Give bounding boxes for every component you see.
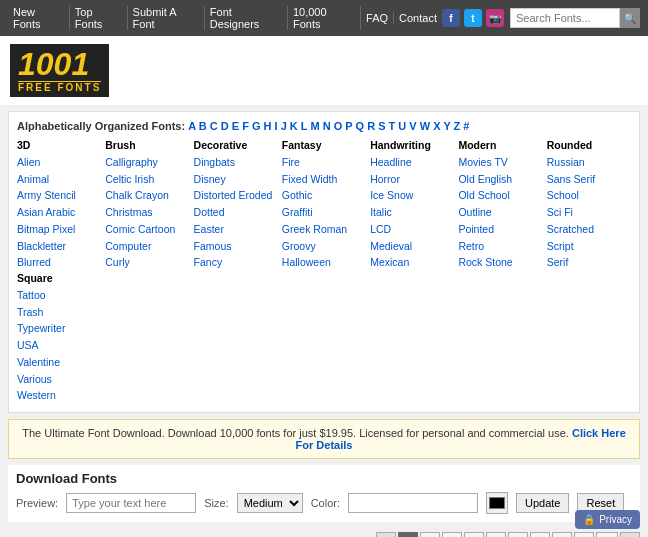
color-picker[interactable] [486, 492, 508, 514]
page-2-button[interactable]: 2 [420, 532, 440, 537]
category-link[interactable]: Mexican [370, 255, 454, 271]
alpha-letter-J[interactable]: J [278, 120, 287, 132]
next-page-button[interactable]: › [620, 532, 640, 537]
category-link[interactable]: Comic Cartoon [105, 222, 189, 238]
category-link[interactable]: School [547, 188, 631, 204]
size-select[interactable]: Small Medium Large X-Large [237, 493, 303, 513]
category-link[interactable]: Greek Roman [282, 222, 366, 238]
nav-new-fonts[interactable]: New Fonts [8, 6, 70, 30]
page-5-button[interactable]: 5 [486, 532, 506, 537]
category-link[interactable]: Calligraphy [105, 155, 189, 171]
alpha-letter-Y[interactable]: Y [441, 120, 451, 132]
privacy-badge[interactable]: 🔒 Privacy [575, 510, 640, 529]
search-button[interactable]: 🔍 [620, 8, 640, 28]
category-link[interactable]: Chalk Crayon [105, 188, 189, 204]
category-link[interactable]: Rock Stone [458, 255, 542, 271]
alpha-letter-T[interactable]: T [385, 120, 395, 132]
category-link[interactable]: Serif [547, 255, 631, 271]
page-6-button[interactable]: 6 [508, 532, 528, 537]
category-link[interactable]: Old English [458, 172, 542, 188]
category-link[interactable]: Alien [17, 155, 101, 171]
category-link[interactable]: Movies TV [458, 155, 542, 171]
nav-submit-font[interactable]: Submit A Font [128, 6, 205, 30]
category-link[interactable]: Distorted Eroded [194, 188, 278, 204]
category-link[interactable]: Celtic Irish [105, 172, 189, 188]
alpha-letter-P[interactable]: P [342, 120, 352, 132]
category-link[interactable]: Western [17, 388, 101, 404]
logo[interactable]: 1001 FREE FONTS [10, 44, 109, 97]
category-link[interactable]: Ice Snow [370, 188, 454, 204]
category-link[interactable]: Script [547, 239, 631, 255]
nav-top-fonts[interactable]: Top Fonts [70, 6, 128, 30]
alpha-letter-U[interactable]: U [395, 120, 406, 132]
category-link[interactable]: Asian Arabic [17, 205, 101, 221]
category-link[interactable]: Typewriter [17, 321, 101, 337]
twitter-icon[interactable]: t [464, 9, 482, 27]
category-link[interactable]: Fancy [194, 255, 278, 271]
category-link[interactable]: Computer [105, 239, 189, 255]
page-8-button[interactable]: 8 [552, 532, 572, 537]
category-link[interactable]: Old School [458, 188, 542, 204]
category-link[interactable]: Scratched [547, 222, 631, 238]
alpha-letter-O[interactable]: O [331, 120, 343, 132]
page-3-button[interactable]: 3 [442, 532, 462, 537]
nav-faq[interactable]: FAQ [361, 12, 394, 24]
category-link[interactable]: Medieval [370, 239, 454, 255]
category-link[interactable]: Trash [17, 305, 101, 321]
category-link[interactable]: Fixed Width [282, 172, 366, 188]
page-1-button[interactable]: 1 [398, 532, 418, 537]
alpha-letter-H[interactable]: H [261, 120, 272, 132]
category-link[interactable]: Blurred [17, 255, 101, 271]
alpha-letter-L[interactable]: L [298, 120, 308, 132]
category-link[interactable]: Christmas [105, 205, 189, 221]
category-link[interactable]: Valentine [17, 355, 101, 371]
category-link[interactable]: Gothic [282, 188, 366, 204]
category-link[interactable]: Outline [458, 205, 542, 221]
category-link[interactable]: Groovy [282, 239, 366, 255]
category-link[interactable]: Russian [547, 155, 631, 171]
alpha-letter-G[interactable]: G [249, 120, 261, 132]
preview-input[interactable] [66, 493, 196, 513]
prev-page-button[interactable]: ‹ [376, 532, 396, 537]
alpha-letter-V[interactable]: V [406, 120, 416, 132]
page-10-button[interactable]: 10 [596, 532, 618, 537]
alpha-letter-#[interactable]: # [460, 120, 469, 132]
category-link[interactable]: Animal [17, 172, 101, 188]
category-link[interactable]: Famous [194, 239, 278, 255]
category-link[interactable]: Sci Fi [547, 205, 631, 221]
facebook-icon[interactable]: f [442, 9, 460, 27]
nav-font-designers[interactable]: Font Designers [205, 6, 288, 30]
page-7-button[interactable]: 7 [530, 532, 550, 537]
category-link[interactable]: Graffiti [282, 205, 366, 221]
category-link[interactable]: Bitmap Pixel [17, 222, 101, 238]
category-link[interactable]: Pointed [458, 222, 542, 238]
page-4-button[interactable]: 4 [464, 532, 484, 537]
alpha-letter-X[interactable]: X [430, 120, 440, 132]
page-9-button[interactable]: 9 [574, 532, 594, 537]
category-link[interactable]: USA [17, 338, 101, 354]
category-link[interactable]: Retro [458, 239, 542, 255]
category-link[interactable]: Fire [282, 155, 366, 171]
alpha-letter-D[interactable]: D [218, 120, 229, 132]
category-link[interactable]: Curly [105, 255, 189, 271]
alpha-letter-K[interactable]: K [287, 120, 298, 132]
category-link[interactable]: Dingbats [194, 155, 278, 171]
category-link[interactable]: Sans Serif [547, 172, 631, 188]
alpha-letter-Q[interactable]: Q [352, 120, 364, 132]
alpha-letter-M[interactable]: M [307, 120, 319, 132]
alpha-letter-C[interactable]: C [207, 120, 218, 132]
alpha-letter-Z[interactable]: Z [451, 120, 461, 132]
category-link[interactable]: Dotted [194, 205, 278, 221]
alpha-letter-A[interactable]: A [188, 120, 196, 132]
category-link[interactable]: Disney [194, 172, 278, 188]
search-input[interactable] [510, 8, 620, 28]
category-link[interactable]: Various [17, 372, 101, 388]
nav-contact[interactable]: Contact [394, 12, 442, 24]
nav-10000-fonts[interactable]: 10,000 Fonts [288, 6, 361, 30]
category-link[interactable]: Tattoo [17, 288, 101, 304]
alpha-letter-S[interactable]: S [375, 120, 385, 132]
category-link[interactable]: LCD [370, 222, 454, 238]
alpha-letter-R[interactable]: R [364, 120, 375, 132]
color-hex-input[interactable]: #000000 [348, 493, 478, 513]
alpha-letter-E[interactable]: E [229, 120, 239, 132]
